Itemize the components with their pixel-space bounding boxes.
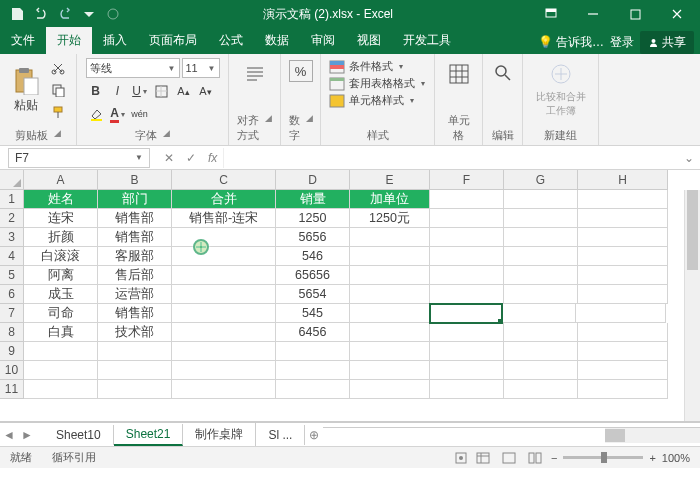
font-launcher-icon[interactable]: ◢ bbox=[163, 128, 170, 143]
cell[interactable] bbox=[430, 247, 504, 266]
sheet-tab[interactable]: Sl ... bbox=[256, 425, 305, 445]
cell[interactable]: 售后部 bbox=[98, 266, 172, 285]
tab-file[interactable]: 文件 bbox=[0, 27, 46, 54]
cell[interactable] bbox=[578, 190, 668, 209]
cell[interactable] bbox=[350, 247, 430, 266]
col-header[interactable]: F bbox=[430, 170, 504, 190]
cell[interactable]: 销售部 bbox=[98, 228, 172, 247]
cell[interactable] bbox=[578, 323, 668, 342]
sheet-nav-next-icon[interactable]: ► bbox=[18, 428, 36, 442]
cell[interactable] bbox=[578, 342, 668, 361]
cell[interactable] bbox=[350, 323, 430, 342]
sheet-tab[interactable]: Sheet10 bbox=[44, 425, 114, 445]
cell[interactable]: 部门 bbox=[98, 190, 172, 209]
cell[interactable] bbox=[578, 228, 668, 247]
tell-me[interactable]: 💡 告诉我… bbox=[538, 34, 604, 51]
cell[interactable] bbox=[504, 190, 578, 209]
cell[interactable] bbox=[430, 380, 504, 399]
cell[interactable] bbox=[350, 380, 430, 399]
border-icon[interactable] bbox=[152, 81, 172, 101]
cell[interactable] bbox=[24, 361, 98, 380]
underline-icon[interactable]: U▾ bbox=[130, 81, 150, 101]
zoom-level[interactable]: 100% bbox=[662, 452, 690, 464]
phonetic-icon[interactable]: wén bbox=[130, 104, 150, 124]
cell[interactable] bbox=[350, 342, 430, 361]
zoom-in-icon[interactable]: + bbox=[649, 452, 655, 464]
row-header[interactable]: 8 bbox=[0, 323, 24, 342]
cell[interactable] bbox=[172, 380, 276, 399]
vertical-scrollbar[interactable] bbox=[684, 190, 700, 421]
conditional-format-button[interactable]: 条件格式▾ bbox=[329, 58, 425, 75]
cell[interactable] bbox=[172, 361, 276, 380]
cell[interactable] bbox=[430, 285, 504, 304]
row-header[interactable]: 4 bbox=[0, 247, 24, 266]
cell[interactable]: 65656 bbox=[276, 266, 350, 285]
row-header[interactable]: 6 bbox=[0, 285, 24, 304]
cell[interactable]: 司命 bbox=[24, 304, 98, 323]
decrease-font-icon[interactable]: A▾ bbox=[196, 81, 216, 101]
ribbon-opts-icon[interactable] bbox=[532, 2, 570, 26]
cell[interactable] bbox=[576, 304, 666, 323]
cell[interactable] bbox=[504, 209, 578, 228]
cell[interactable]: 合并 bbox=[172, 190, 276, 209]
cells-button[interactable] bbox=[441, 58, 477, 90]
cell[interactable] bbox=[430, 209, 504, 228]
bold-icon[interactable]: B bbox=[86, 81, 106, 101]
col-header[interactable]: C bbox=[172, 170, 276, 190]
col-header[interactable]: G bbox=[504, 170, 578, 190]
col-header[interactable]: B bbox=[98, 170, 172, 190]
font-family-combo[interactable]: 等线▼ bbox=[86, 58, 180, 78]
tab-review[interactable]: 审阅 bbox=[300, 27, 346, 54]
cell[interactable]: 销售部-连宋 bbox=[172, 209, 276, 228]
copy-icon[interactable] bbox=[48, 80, 68, 100]
cell[interactable]: 5656 bbox=[276, 228, 350, 247]
cell[interactable] bbox=[24, 342, 98, 361]
cell[interactable]: 成玉 bbox=[24, 285, 98, 304]
cell[interactable] bbox=[430, 342, 504, 361]
cell[interactable] bbox=[172, 266, 276, 285]
expand-formula-icon[interactable]: ⌄ bbox=[678, 151, 700, 165]
cell[interactable] bbox=[172, 304, 276, 323]
cell[interactable] bbox=[350, 304, 430, 323]
cell[interactable]: 阿离 bbox=[24, 266, 98, 285]
horizontal-scrollbar[interactable] bbox=[323, 427, 700, 443]
sheet-tab-active[interactable]: Sheet21 bbox=[114, 424, 184, 446]
cell[interactable] bbox=[172, 228, 276, 247]
cell[interactable] bbox=[504, 247, 578, 266]
new-sheet-icon[interactable]: ⊕ bbox=[305, 428, 323, 442]
cell[interactable] bbox=[504, 285, 578, 304]
cell[interactable] bbox=[578, 266, 668, 285]
row-header[interactable]: 1 bbox=[0, 190, 24, 209]
cell[interactable] bbox=[504, 342, 578, 361]
name-box[interactable]: F7▼ bbox=[8, 148, 150, 168]
tab-home[interactable]: 开始 bbox=[46, 27, 92, 54]
cell[interactable] bbox=[430, 266, 504, 285]
row-header[interactable]: 3 bbox=[0, 228, 24, 247]
cell[interactable] bbox=[504, 266, 578, 285]
col-header[interactable]: A bbox=[24, 170, 98, 190]
sheet-nav-prev-icon[interactable]: ◄ bbox=[0, 428, 18, 442]
increase-font-icon[interactable]: A▴ bbox=[174, 81, 194, 101]
cell[interactable] bbox=[504, 228, 578, 247]
cell[interactable] bbox=[276, 342, 350, 361]
fx-icon[interactable]: fx bbox=[202, 151, 223, 165]
cell[interactable]: 1250元 bbox=[350, 209, 430, 228]
cell[interactable]: 5654 bbox=[276, 285, 350, 304]
share-button[interactable]: 共享 bbox=[640, 31, 694, 54]
enter-formula-icon[interactable]: ✓ bbox=[180, 151, 202, 165]
view-layout-icon[interactable] bbox=[499, 450, 519, 466]
col-header[interactable]: D bbox=[276, 170, 350, 190]
row-header[interactable]: 9 bbox=[0, 342, 24, 361]
cell[interactable] bbox=[350, 361, 430, 380]
cell[interactable] bbox=[429, 303, 503, 324]
cancel-formula-icon[interactable]: ✕ bbox=[158, 151, 180, 165]
cell[interactable] bbox=[24, 380, 98, 399]
row-header[interactable]: 7 bbox=[0, 304, 24, 323]
login-link[interactable]: 登录 bbox=[610, 34, 634, 51]
tab-dev[interactable]: 开发工具 bbox=[392, 27, 462, 54]
editing-button[interactable] bbox=[485, 58, 521, 90]
cell[interactable]: 白滚滚 bbox=[24, 247, 98, 266]
clipboard-launcher-icon[interactable]: ◢ bbox=[54, 128, 61, 143]
undo-icon[interactable] bbox=[30, 3, 52, 25]
cell[interactable]: 销售部 bbox=[98, 209, 172, 228]
